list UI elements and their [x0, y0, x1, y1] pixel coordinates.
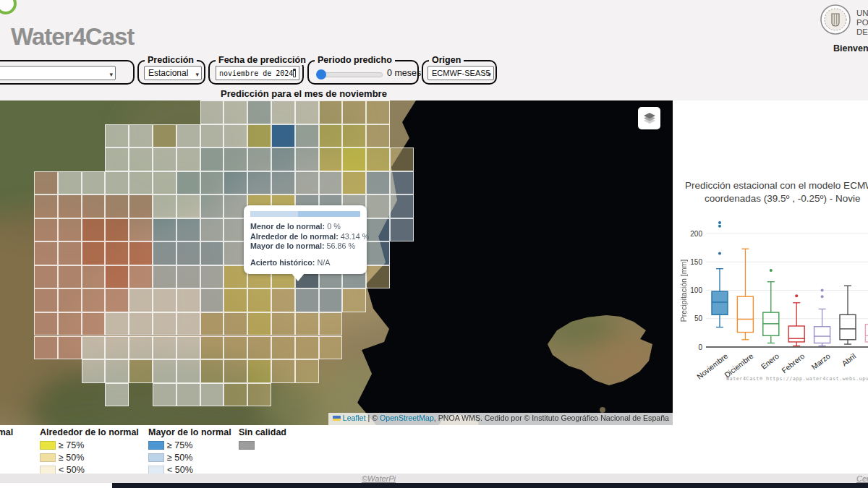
map-grid-cell[interactable] — [200, 288, 224, 312]
map-grid-cell[interactable] — [176, 383, 200, 407]
map-grid-cell[interactable] — [82, 312, 106, 336]
map-grid-cell[interactable] — [247, 288, 271, 312]
map-grid-cell[interactable] — [200, 359, 224, 383]
calendar-icon[interactable] — [293, 69, 296, 77]
map-grid-cell[interactable] — [342, 171, 366, 195]
map-grid-cell[interactable] — [105, 265, 129, 289]
map-grid-cell[interactable] — [200, 124, 224, 148]
periodo-slider[interactable] — [318, 72, 383, 77]
map-grid-cell[interactable] — [295, 100, 319, 124]
map-grid-cell[interactable] — [176, 218, 200, 242]
map-grid-cell[interactable] — [82, 359, 106, 383]
map-grid-cell[interactable] — [247, 359, 271, 383]
map-grid-cell[interactable] — [176, 147, 200, 171]
map-grid-cell[interactable] — [295, 288, 319, 312]
map-grid-cell[interactable] — [34, 171, 58, 195]
map-grid-cell[interactable] — [224, 336, 247, 360]
map-grid-cell[interactable] — [200, 312, 224, 336]
map-grid-cell[interactable] — [390, 171, 414, 195]
map-grid-cell[interactable] — [129, 194, 153, 218]
map-grid-cell[interactable] — [319, 147, 343, 171]
map-grid-cell[interactable] — [105, 218, 129, 242]
openstreetmap-link[interactable]: OpenStreetMap — [380, 414, 434, 422]
map-grid-cell[interactable] — [129, 288, 153, 312]
map-grid-cell[interactable] — [176, 265, 200, 289]
map-grid-cell[interactable] — [58, 265, 82, 289]
map-grid-cell[interactable] — [271, 359, 295, 383]
map-grid-cell[interactable] — [153, 359, 176, 383]
map-grid-cell[interactable] — [82, 241, 106, 265]
map-grid-cell[interactable] — [105, 359, 129, 383]
map-grid-cell[interactable] — [271, 124, 295, 148]
map-grid-cell[interactable] — [34, 312, 58, 336]
map-grid-cell[interactable] — [295, 124, 319, 148]
map-grid-cell[interactable] — [105, 194, 129, 218]
map-grid-cell[interactable] — [105, 383, 129, 407]
map-grid-cell[interactable] — [82, 265, 106, 289]
map-grid-cell[interactable] — [200, 336, 224, 360]
map-grid-cell[interactable] — [105, 288, 129, 312]
map-grid-cell[interactable] — [200, 265, 224, 289]
map-grid-cell[interactable] — [366, 241, 390, 265]
map-grid-cell[interactable] — [153, 241, 176, 265]
map-grid-cell[interactable] — [58, 194, 82, 218]
map-grid-cell[interactable] — [129, 241, 153, 265]
centro-link[interactable]: Centr — [856, 474, 868, 483]
map-grid-cell[interactable] — [319, 312, 343, 336]
map-grid-cell[interactable] — [129, 171, 153, 195]
map-grid-cell[interactable] — [200, 241, 224, 265]
map-grid-cell[interactable] — [153, 194, 176, 218]
map-grid-cell[interactable] — [271, 288, 295, 312]
map-grid-cell[interactable] — [319, 100, 343, 124]
region-select[interactable]: ▾ — [0, 66, 116, 80]
map-grid-cell[interactable] — [342, 124, 366, 148]
map-grid-cell[interactable] — [271, 312, 295, 336]
map-grid-cell[interactable] — [34, 265, 58, 289]
map-grid-cell[interactable] — [342, 100, 366, 124]
map-grid-cell[interactable] — [319, 124, 343, 148]
map-grid-cell[interactable] — [224, 100, 247, 124]
map-grid-cell[interactable] — [247, 124, 271, 148]
map-grid-cell[interactable] — [224, 383, 247, 407]
map-grid-cell[interactable] — [176, 359, 200, 383]
map-grid-cell[interactable] — [247, 147, 271, 171]
waterpi-link[interactable]: ©WaterPi — [362, 474, 396, 483]
map-grid-cell[interactable] — [105, 312, 129, 336]
map[interactable]: Menor de lo normal: 0 % Alrededor de lo … — [0, 100, 673, 425]
map-grid-cell[interactable] — [200, 383, 224, 407]
map-grid-cell[interactable] — [153, 218, 176, 242]
map-grid-cell[interactable] — [224, 124, 247, 148]
map-grid-cell[interactable] — [129, 124, 153, 148]
map-grid-cell[interactable] — [200, 100, 224, 124]
map-grid-cell[interactable] — [105, 171, 129, 195]
map-grid-cell[interactable] — [271, 147, 295, 171]
map-grid-cell[interactable] — [82, 336, 106, 360]
map-grid-cell[interactable] — [176, 288, 200, 312]
map-grid-cell[interactable] — [224, 288, 247, 312]
map-grid-cell[interactable] — [224, 312, 247, 336]
map-grid-cell[interactable] — [366, 194, 390, 218]
map-grid-cell[interactable] — [153, 124, 176, 148]
map-grid-cell[interactable] — [129, 336, 153, 360]
map-grid-cell[interactable] — [58, 218, 82, 242]
map-grid-cell[interactable] — [34, 288, 58, 312]
map-grid-cell[interactable] — [271, 171, 295, 195]
periodo-slider-handle[interactable] — [316, 69, 326, 80]
map-grid-cell[interactable] — [342, 147, 366, 171]
map-grid-cell[interactable] — [34, 241, 58, 265]
map-grid-cell[interactable] — [200, 218, 224, 242]
map-grid-cell[interactable] — [247, 383, 271, 407]
map-grid-cell[interactable] — [366, 265, 390, 289]
map-grid-cell[interactable] — [319, 288, 343, 312]
map-grid-cell[interactable] — [105, 124, 129, 148]
map-grid-cell[interactable] — [366, 171, 390, 195]
map-grid-cell[interactable] — [319, 336, 343, 360]
map-grid-cell[interactable] — [200, 171, 224, 195]
map-grid-cell[interactable] — [129, 359, 153, 383]
map-grid-cell[interactable] — [271, 336, 295, 360]
map-grid-cell[interactable] — [58, 312, 82, 336]
map-grid-cell[interactable] — [105, 147, 129, 171]
map-grid-cell[interactable] — [82, 194, 106, 218]
map-grid-cell[interactable] — [390, 218, 414, 242]
map-grid-cell[interactable] — [58, 288, 82, 312]
